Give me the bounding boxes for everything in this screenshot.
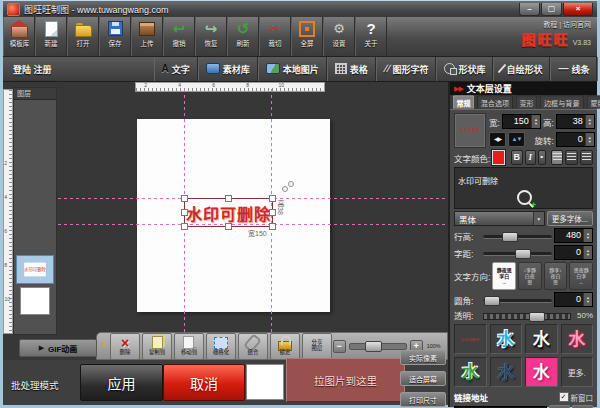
toolbar-button-open[interactable]: 打开: [67, 17, 99, 56]
toolbar-button-fullscreen[interactable]: 全屏: [291, 17, 323, 56]
align-left-button[interactable]: [551, 150, 564, 165]
tool-draw-shape[interactable]: 自绘形状: [493, 57, 550, 81]
toolbar-button-upload[interactable]: 上传: [131, 17, 163, 56]
toolbar-button-settings[interactable]: ⚙ 设置: [323, 17, 355, 56]
tool-shape-library[interactable]: 形状库: [436, 57, 493, 81]
width-spinner[interactable]: 150 ▲▼: [502, 114, 541, 129]
move-to-button[interactable]: 移动到: [174, 333, 204, 360]
italic-button[interactable]: I: [525, 150, 536, 165]
magnifier-icon[interactable]: +: [517, 190, 532, 205]
resize-handle[interactable]: [225, 195, 232, 202]
flip-vertical-button[interactable]: ▲▼: [508, 132, 525, 147]
preset-blue-outline[interactable]: 水: [490, 324, 523, 354]
text-content-input[interactable]: 水印可删除 +: [454, 167, 593, 209]
spinner-arrows[interactable]: ▲▼: [583, 229, 592, 242]
spinner-arrows[interactable]: ▲▼: [585, 133, 594, 146]
flip-horizontal-button[interactable]: ◀▶: [489, 132, 506, 147]
lock-button[interactable]: 锁定: [270, 333, 300, 360]
preset-current[interactable]: 水印可删除: [454, 324, 487, 354]
text-color-swatch[interactable]: [492, 150, 505, 165]
preset-pink-glow[interactable]: 水: [561, 324, 594, 354]
height-spinner[interactable]: 38 ▲▼: [556, 114, 595, 129]
zoom-slider-handle[interactable]: [365, 341, 382, 352]
tool-local-image[interactable]: 本地图片: [258, 57, 327, 81]
new-window-checkbox[interactable]: ✓: [559, 392, 569, 402]
selected-text-layer[interactable]: 水印可删除: [184, 198, 273, 227]
toolbar-button-redo[interactable]: ↪ 恢复: [195, 17, 227, 56]
zoom-slider[interactable]: [349, 343, 407, 350]
slider-handle[interactable]: [484, 296, 500, 306]
copy-to-button[interactable]: 复制到: [142, 333, 172, 360]
close-button[interactable]: ×: [563, 3, 593, 16]
layer-thumbnail-background[interactable]: [20, 287, 50, 315]
preset-more-button[interactable]: 更多.: [561, 357, 594, 387]
layer-thumbnail-text[interactable]: 水印可删除: [16, 255, 54, 284]
tool-table[interactable]: 表格: [327, 57, 376, 81]
direction-vertical-right-button[interactable]: 静李↓ 夜白 思: [544, 262, 568, 290]
toolbar-button-refresh[interactable]: ↺ 刷新: [227, 17, 259, 56]
letter-spacing-spinner[interactable]: 0 ▲▼: [554, 245, 593, 260]
slider-handle[interactable]: [515, 249, 531, 259]
align-center-button[interactable]: [565, 150, 578, 165]
resize-handle[interactable]: [181, 209, 188, 216]
zoom-out-button[interactable]: −: [333, 340, 346, 353]
toolbar-button-undo[interactable]: ↩ 撤销: [163, 17, 195, 56]
direction-vertical-left-button[interactable]: ↓李静 白夜 思: [518, 262, 542, 290]
more-fonts-button[interactable]: 更多字体...: [547, 211, 593, 226]
preset-white-shadow[interactable]: 水: [525, 324, 558, 354]
minimize-button[interactable]: –: [519, 3, 540, 16]
toolbar-button-crop[interactable]: ✂ 裁切: [259, 17, 291, 56]
help-links[interactable]: 教程 | 访问官网: [543, 19, 591, 29]
tool-line[interactable]: — 线条: [550, 57, 597, 81]
toolbar-button-template-library[interactable]: 模板库: [3, 17, 35, 56]
rotate-spinner[interactable]: 0 ▲▼: [556, 132, 595, 147]
login-register-link[interactable]: 登陆 注册: [13, 63, 52, 76]
batch-mode-label[interactable]: 批处理模式: [11, 378, 59, 392]
toolbar-button-new[interactable]: 新建: [35, 17, 67, 56]
font-dropdown[interactable]: 黑体 ▼: [454, 211, 545, 226]
resize-handle[interactable]: [269, 223, 276, 230]
tool-glyph-shapes[interactable]: // 图形字符: [376, 57, 437, 81]
fit-screen-button[interactable]: 适合屏幕: [400, 371, 446, 386]
style-dot-button[interactable]: •: [538, 150, 546, 165]
preset-green-outline[interactable]: 水: [454, 357, 487, 387]
tab-blend-options[interactable]: 混合选项: [477, 95, 513, 108]
tab-mask[interactable]: 蒙版: [586, 95, 600, 108]
delete-layer-button[interactable]: × 删除: [110, 333, 140, 360]
toolbar-button-save[interactable]: 保存: [99, 17, 131, 56]
spinner-arrows[interactable]: ▲▼: [583, 246, 592, 259]
gif-animation-button[interactable]: ▶ GIF动画: [19, 339, 97, 357]
slider-handle[interactable]: [502, 232, 518, 242]
actual-pixels-button[interactable]: 实际像素: [400, 350, 446, 365]
tool-material-library[interactable]: 素材库: [198, 57, 258, 81]
slider-handle[interactable]: [529, 312, 545, 322]
double-arrow-icon[interactable]: ▶▶: [454, 85, 463, 93]
tab-transform[interactable]: 变形: [516, 95, 538, 108]
resize-handle[interactable]: [181, 195, 188, 202]
preset-dark-blue[interactable]: 水: [490, 357, 523, 387]
preset-magenta-bg[interactable]: 水: [525, 357, 558, 387]
spinner-arrows[interactable]: ▲▼: [585, 115, 594, 128]
opacity-slider[interactable]: [483, 311, 571, 320]
corner-radius-slider[interactable]: [483, 295, 552, 305]
spinner-arrows[interactable]: ▲▼: [583, 293, 592, 306]
print-size-button[interactable]: 打印尺寸: [400, 392, 446, 407]
tab-border-background[interactable]: 边框与背景: [540, 95, 583, 108]
bold-button[interactable]: B: [511, 150, 522, 165]
align-right-button[interactable]: [580, 150, 593, 165]
background-color-swatch[interactable]: [246, 364, 284, 400]
group-button[interactable]: 组合: [238, 333, 268, 360]
letter-spacing-slider[interactable]: [483, 248, 552, 258]
cancel-button[interactable]: 取消: [163, 364, 245, 401]
corner-radius-spinner[interactable]: 0 ▲▼: [554, 292, 593, 307]
line-height-spinner[interactable]: 480 ▲▼: [554, 228, 593, 243]
spinner-arrows[interactable]: ▲▼: [531, 115, 540, 128]
tab-general[interactable]: 常规: [453, 95, 475, 108]
rasterize-button[interactable]: 栅格化: [206, 333, 236, 360]
toolbar-button-about[interactable]: ? 关于: [355, 17, 387, 56]
resize-handle[interactable]: [181, 223, 188, 230]
tool-text[interactable]: A 文字: [154, 57, 198, 81]
line-height-slider[interactable]: [483, 231, 552, 241]
resize-handle[interactable]: [225, 223, 232, 230]
direction-horizontal-button[interactable]: 静夜思 李白 →: [492, 262, 516, 290]
